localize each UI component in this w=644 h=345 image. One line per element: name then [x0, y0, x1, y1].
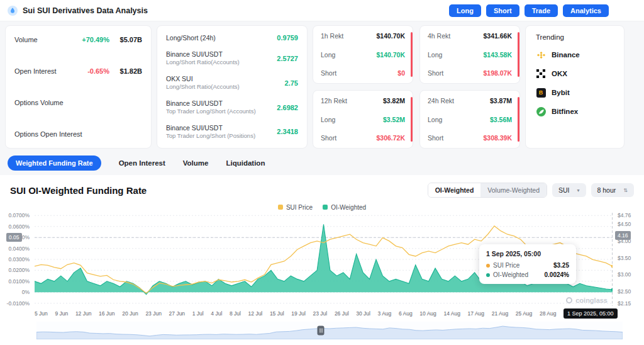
- right-axis-crosshair-badge: 4.16: [615, 231, 631, 240]
- left-axis-label: 0.0700%: [8, 212, 30, 218]
- x-axis-label: 12 Jun: [75, 310, 92, 317]
- tooltip-value: $3.25: [553, 262, 569, 269]
- tab-weighted-funding-rate[interactable]: Weighted Funding Rate: [8, 156, 101, 171]
- left-axis-label: -0.0100%: [7, 300, 30, 307]
- ratio-sublabel: Top Trader Long/Short (Accounts): [166, 108, 256, 116]
- oi-weighted-dot-icon: [486, 273, 490, 277]
- rekt-total: $140.70K: [376, 32, 405, 40]
- legend-item-oi-weighted[interactable]: OI-Weighted: [323, 204, 366, 211]
- trending-item-label: OKX: [552, 70, 567, 77]
- tooltip-title: 1 Sep 2025, 05:00: [486, 250, 569, 257]
- ratio-row: Binance SUI/USDTTop Trader Long/Short (A…: [166, 99, 298, 116]
- tab-volume[interactable]: Volume: [183, 159, 209, 167]
- stat-label: Options Volume: [14, 99, 142, 106]
- top-bar: Sui SUI Derivatives Data Analysis Long S…: [0, 0, 644, 21]
- oi-weighted-swatch: [323, 205, 328, 210]
- tooltip-row: OI-Weighted 0.0024%: [486, 271, 569, 278]
- long-short-ratios-card: Long/Short (24h) 0.9759 Binance SUI/USDT…: [157, 25, 308, 149]
- oi-weighted-toggle[interactable]: OI-Weighted: [428, 183, 481, 197]
- x-axis-label: 20 Jun: [122, 310, 138, 317]
- chart-region: 0.05 0.0700%0.0600%0.0500%0.0400%0.0300%…: [0, 213, 644, 306]
- rekt-card-1h: 1h Rekt$140.70K Long$140.70K Short$0: [313, 25, 413, 84]
- weighting-toggle: OI-Weighted Volume-Weighted: [428, 183, 547, 198]
- overview-card: Volume +70.49% $5.07B Open Interest -0.6…: [5, 25, 152, 149]
- trending-item-okx[interactable]: OKX: [536, 69, 614, 79]
- stat-label: Open Interest: [14, 67, 73, 75]
- ratio-sublabel: Top Trader Long/Short (Positions): [166, 132, 255, 140]
- right-axis-label: $2.15: [618, 300, 631, 307]
- left-axis-label: 0.0100%: [8, 278, 30, 285]
- ratio-value: 2.6982: [277, 104, 298, 111]
- trending-card: Trending Binance OKX B Bybit Bitfinex: [525, 25, 625, 149]
- trending-item-bitfinex[interactable]: Bitfinex: [536, 106, 614, 116]
- trending-item-label: Bybit: [552, 89, 570, 96]
- right-axis-label: $3.50: [618, 255, 631, 261]
- rekt-title: 4h Rekt: [428, 32, 450, 40]
- stat-row-volume: Volume +70.49% $5.07B: [14, 36, 142, 43]
- rekt-long-value: $3.56M: [490, 116, 512, 123]
- tooltip-label: SUI Price: [493, 262, 519, 269]
- chart-title: SUI OI-Weighted Funding Rate: [10, 185, 147, 196]
- long-button[interactable]: Long: [449, 4, 481, 17]
- short-button[interactable]: Short: [486, 4, 519, 17]
- symbol-select[interactable]: SUI ▾: [552, 183, 586, 197]
- trending-item-binance[interactable]: Binance: [536, 50, 614, 60]
- symbol-select-value: SUI: [558, 186, 570, 194]
- brand: Sui SUI Derivatives Data Analysis: [8, 6, 148, 16]
- chart-panel: SUI OI-Weighted Funding Rate OI-Weighted…: [0, 175, 644, 345]
- watermark-text: coinglass: [575, 297, 608, 304]
- rekt-card-24h: 24h Rekt$3.87M Long$3.56M Short$308.39K: [419, 90, 520, 149]
- interval-select[interactable]: 8 hour ⇅: [591, 183, 634, 197]
- coinglass-logo-icon: [566, 297, 572, 303]
- ratio-row: Binance SUI/USDTTop Trader Long/Short (P…: [166, 123, 298, 140]
- left-axis-label: 0.0600%: [8, 223, 30, 230]
- rekt-long-value: $140.70K: [376, 51, 405, 59]
- ratio-row: OKX SUILong/Short Ratio(Accounts) 2.75: [166, 74, 298, 91]
- stat-change: +70.49%: [73, 36, 109, 43]
- x-axis-label: 4 Jul: [211, 310, 222, 317]
- x-axis-label: 9 Jun: [55, 310, 68, 317]
- tooltip-label: OI-Weighted: [493, 271, 528, 278]
- trending-item-bybit[interactable]: B Bybit: [536, 88, 614, 98]
- x-axis-label: 19 Jul: [291, 310, 306, 317]
- navigator-chart: [36, 322, 623, 339]
- rekt-title: 12h Rekt: [321, 97, 347, 105]
- trade-button[interactable]: Trade: [525, 4, 558, 17]
- rekt-grid: 1h Rekt$140.70K Long$140.70K Short$0 4h …: [313, 25, 520, 149]
- stat-value: $1.82B: [109, 67, 142, 75]
- x-axis-label: 26 Jul: [335, 310, 349, 317]
- analytics-button[interactable]: Analytics: [563, 4, 609, 17]
- rekt-total: $3.87M: [490, 97, 512, 105]
- binance-icon: [536, 50, 546, 60]
- navigator-drag-handle[interactable]: [318, 326, 325, 336]
- nav-buttons: Long Short Trade Analytics: [449, 4, 609, 17]
- ratio-value: 0.9759: [277, 34, 298, 42]
- left-axis-label: 0%: [22, 289, 30, 295]
- ratio-label: Binance SUI/USDT: [166, 99, 223, 107]
- left-axis-label: 0.0200%: [8, 267, 30, 273]
- x-axis-label: 27 Jun: [169, 310, 186, 317]
- legend-item-sui-price[interactable]: SUI Price: [278, 204, 313, 211]
- range-navigator[interactable]: [36, 322, 623, 339]
- rekt-long-value: $143.58K: [483, 51, 512, 59]
- stat-label: Options Open Interest: [14, 130, 142, 138]
- rekt-total: $341.66K: [483, 32, 512, 40]
- ratio-sublabel: Long/Short Ratio(Accounts): [166, 83, 240, 91]
- rekt-short-label: Short: [428, 69, 443, 77]
- bybit-icon: B: [536, 88, 546, 98]
- volume-weighted-toggle[interactable]: Volume-Weighted: [480, 183, 547, 197]
- x-axis-label: 25 Aug: [516, 310, 532, 317]
- right-axis-label: $3.00: [618, 271, 631, 278]
- x-axis-label: 28 Aug: [540, 310, 556, 317]
- x-axis-label: 16 Jun: [99, 310, 115, 317]
- ratio-label: Binance SUI/USDT: [166, 50, 223, 58]
- sui-price-swatch: [278, 205, 283, 210]
- tab-liquidation[interactable]: Liquidation: [226, 159, 265, 167]
- x-axis-label: 1 Jul: [192, 310, 204, 317]
- rekt-accent-bar: [518, 32, 519, 77]
- rekt-title: 24h Rekt: [428, 97, 454, 105]
- trending-item-label: Binance: [552, 51, 580, 59]
- chart-tooltip: 1 Sep 2025, 05:00 SUI Price $3.25 OI-Wei…: [479, 244, 576, 284]
- tab-open-interest[interactable]: Open Interest: [119, 159, 165, 167]
- coinglass-watermark: coinglass: [566, 297, 608, 304]
